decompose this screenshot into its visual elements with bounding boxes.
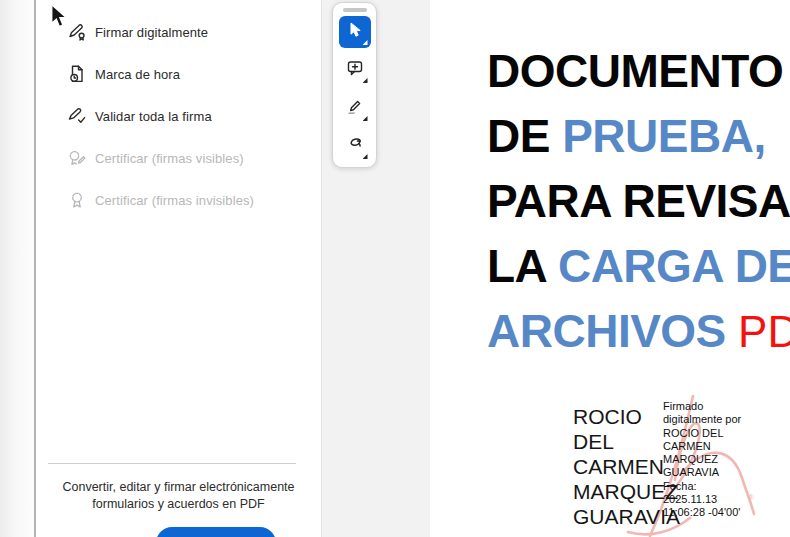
cta-button[interactable]	[156, 527, 276, 537]
signature-details-line: Fecha:	[663, 480, 741, 493]
quick-tools-toolbar	[332, 2, 377, 168]
heading-text-black: LA	[487, 240, 558, 292]
menu-item-label: Marca de hora	[95, 67, 180, 82]
acrobat-window: Firmar digitalmente Marca de hora	[0, 0, 790, 537]
signature-tools-panel: Firmar digitalmente Marca de hora	[36, 0, 322, 537]
comment-plus-icon	[346, 59, 364, 81]
signature-details-line: MARQUEZ	[663, 453, 741, 466]
promo-line-2: formularios y acuerdos en PDF	[36, 496, 321, 513]
menu-item-validate-signatures[interactable]: Validar toda la firma	[36, 106, 321, 126]
heading-line-5: ARCHIVOS PDF	[487, 299, 790, 364]
menu-item-label: Validar toda la firma	[95, 109, 212, 124]
menu-item-label: Certificar (firmas invisibles)	[95, 193, 254, 208]
digital-signature-field[interactable]: ® ROCIO DEL CARMEN MARQUEZ GUARAVIA Firm…	[560, 392, 790, 537]
heading-text-black: DE	[487, 110, 562, 162]
document-heading: DOCUMENTO DE PRUEBA, PARA REVISAR LA CAR…	[487, 39, 790, 364]
promo-line-1: Convertir, editar y firmar electrónicame…	[36, 479, 321, 496]
signature-details-line: 11:06:28 -04'00'	[663, 506, 741, 519]
signature-details-line: Firmado	[663, 400, 741, 413]
select-tool-button[interactable]	[339, 16, 371, 48]
pdf-page: DOCUMENTO DE PRUEBA, PARA REVISAR LA CAR…	[430, 0, 790, 537]
select-arrow-icon	[346, 21, 364, 43]
add-comment-tool-button[interactable]	[339, 54, 371, 86]
signature-details: Firmado digitalmente por ROCIO DEL CARME…	[663, 400, 741, 520]
draw-tool-button[interactable]	[339, 92, 371, 124]
signature-details-line: ROCIO DEL	[663, 427, 741, 440]
menu-item-sign-digitally[interactable]: Firmar digitalmente	[36, 22, 321, 42]
certify-visible-signatures-icon	[67, 148, 87, 168]
lasso-tool-button[interactable]	[339, 130, 371, 162]
validate-all-signatures-icon	[67, 106, 87, 126]
signature-details-line: 2025.11.13	[663, 493, 741, 506]
lasso-icon	[346, 135, 364, 157]
heading-text-red: PDF	[738, 307, 790, 356]
heading-text-black: DOCUMENTO	[487, 45, 783, 97]
panel-left-edge	[0, 0, 36, 537]
signature-details-line: GUARAVIA	[663, 466, 741, 479]
heading-line-1: DOCUMENTO	[487, 39, 790, 104]
heading-text-blue: ARCHIVOS	[487, 305, 738, 357]
heading-line-2: DE PRUEBA,	[487, 104, 790, 169]
sign-digitally-icon	[67, 22, 87, 42]
heading-line-3: PARA REVISAR	[487, 169, 790, 234]
heading-line-4: LA CARGA DE	[487, 234, 790, 299]
signature-details-line: digitalmente por	[663, 413, 741, 426]
signature-menu: Firmar digitalmente Marca de hora	[36, 22, 321, 232]
certify-invisible-signatures-icon	[67, 190, 87, 210]
canvas-gutter	[322, 0, 430, 537]
promo-text: Convertir, editar y firmar electrónicame…	[36, 479, 321, 513]
menu-item-certify-visible[interactable]: Certificar (firmas visibles)	[36, 148, 321, 168]
toolbar-drag-handle[interactable]	[343, 8, 367, 12]
menu-item-label: Certificar (firmas visibles)	[95, 151, 244, 166]
signature-details-line: CARMEN	[663, 440, 741, 453]
menu-item-certify-invisible[interactable]: Certificar (firmas invisibles)	[36, 190, 321, 210]
timestamp-icon	[67, 64, 87, 84]
registered-mark: ®	[748, 493, 754, 502]
panel-divider	[48, 463, 296, 464]
menu-item-label: Firmar digitalmente	[95, 25, 208, 40]
heading-text-blue: PRUEBA,	[562, 110, 766, 162]
menu-item-timestamp[interactable]: Marca de hora	[36, 64, 321, 84]
heading-text-black: PARA REVISAR	[487, 175, 790, 227]
pencil-icon	[346, 97, 364, 119]
heading-text-blue: CARGA DE	[558, 240, 790, 292]
